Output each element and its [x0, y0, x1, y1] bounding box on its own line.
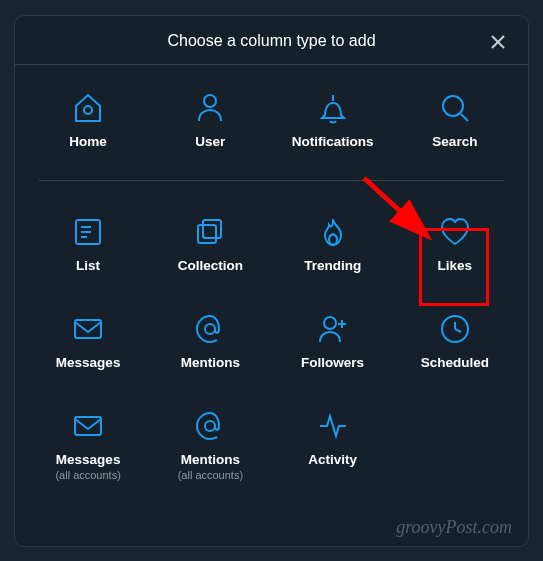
close-button[interactable] [486, 30, 510, 54]
option-label: Search [432, 134, 477, 150]
option-label: Notifications [292, 134, 374, 150]
at-icon [193, 308, 227, 350]
close-icon [489, 33, 507, 51]
option-activity[interactable]: Activity [274, 401, 392, 485]
envelope-icon [71, 405, 105, 447]
user-icon [193, 87, 227, 129]
column-type-grid: Home User Notifications Search [15, 65, 528, 496]
row-separator [39, 180, 504, 181]
modal-title: Choose a column type to add [167, 32, 375, 50]
option-label: Messages [56, 452, 121, 468]
column-type-modal: Choose a column type to add Home User No… [14, 15, 529, 547]
watermark-text: groovyPost.com [396, 517, 512, 538]
svg-line-19 [455, 329, 461, 332]
modal-header: Choose a column type to add [15, 16, 528, 65]
option-list[interactable]: List [29, 207, 147, 278]
option-label: Trending [304, 258, 361, 274]
activity-icon [316, 405, 350, 447]
option-sublabel: (all accounts) [178, 469, 243, 481]
option-label: Followers [301, 355, 364, 371]
option-label: Likes [438, 258, 473, 274]
envelope-icon [71, 308, 105, 350]
svg-point-21 [205, 421, 215, 431]
option-scheduled[interactable]: Scheduled [396, 304, 514, 375]
bell-icon [316, 87, 350, 129]
svg-rect-20 [75, 417, 101, 435]
option-sublabel: (all accounts) [55, 469, 120, 481]
collection-icon [193, 211, 227, 253]
svg-point-4 [443, 96, 463, 116]
svg-rect-11 [198, 225, 216, 243]
option-notifications[interactable]: Notifications [274, 83, 392, 154]
option-likes[interactable]: Likes [396, 207, 514, 278]
option-collection[interactable]: Collection [151, 207, 269, 278]
svg-rect-12 [75, 320, 101, 338]
flame-icon [316, 211, 350, 253]
clock-icon [438, 308, 472, 350]
option-label: Home [69, 134, 107, 150]
heart-icon [438, 211, 472, 253]
follower-icon [316, 308, 350, 350]
option-label: Messages [56, 355, 121, 371]
option-user[interactable]: User [151, 83, 269, 154]
option-followers[interactable]: Followers [274, 304, 392, 375]
option-label: Activity [308, 452, 357, 468]
option-trending[interactable]: Trending [274, 207, 392, 278]
option-label: Scheduled [421, 355, 489, 371]
svg-point-3 [204, 95, 216, 107]
svg-point-13 [205, 324, 215, 334]
option-search[interactable]: Search [396, 83, 514, 154]
option-label: Collection [178, 258, 243, 274]
search-icon [438, 87, 472, 129]
svg-point-14 [324, 317, 336, 329]
svg-point-2 [84, 106, 92, 114]
option-label: Mentions [181, 452, 240, 468]
svg-rect-10 [203, 220, 221, 238]
at-icon [193, 405, 227, 447]
list-icon [71, 211, 105, 253]
option-home[interactable]: Home [29, 83, 147, 154]
option-mentions-all[interactable]: Mentions (all accounts) [151, 401, 269, 485]
option-label: User [195, 134, 225, 150]
svg-line-5 [461, 114, 468, 121]
option-label: Mentions [181, 355, 240, 371]
home-icon [71, 87, 105, 129]
option-messages[interactable]: Messages [29, 304, 147, 375]
option-mentions[interactable]: Mentions [151, 304, 269, 375]
option-messages-all[interactable]: Messages (all accounts) [29, 401, 147, 485]
option-label: List [76, 258, 100, 274]
